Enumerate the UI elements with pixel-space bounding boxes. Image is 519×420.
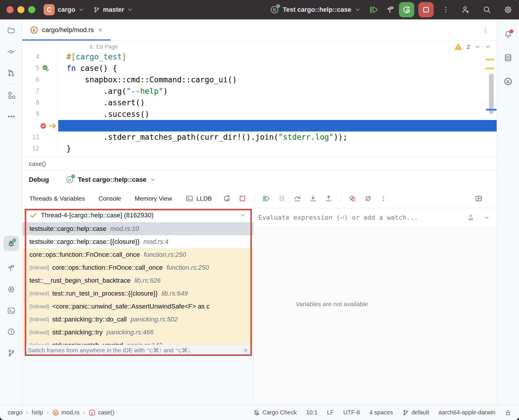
tab-memory-view[interactable]: Memory View (135, 195, 172, 202)
code-line[interactable]: 6 snapbox::cmd::Command::cargo_ui() (22, 74, 497, 86)
code-line[interactable]: 8 .assert() (22, 97, 497, 109)
caret-position-widget[interactable]: 10:1 (306, 409, 317, 416)
settings-gear-icon[interactable] (504, 5, 513, 14)
code-with-me-icon[interactable] (461, 5, 470, 14)
layout-settings-icon[interactable] (475, 195, 483, 202)
warning-stripe-mark[interactable] (485, 59, 494, 60)
code-line[interactable]: 7 .arg("--help") (22, 86, 497, 97)
git-tool-icon[interactable] (7, 349, 15, 357)
stack-frame[interactable]: [Inlined]std::panicking::try::do_callpan… (22, 313, 253, 326)
stack-frame[interactable]: [Inlined]std::panicking::trypanicking.rs… (22, 326, 253, 339)
gutter[interactable]: 9 (22, 109, 58, 120)
gutter[interactable]: 4 (22, 51, 58, 63)
gutter[interactable]: 12 (22, 143, 58, 154)
stack-frame[interactable]: testsuite::cargo::help::case::{{closure}… (22, 235, 253, 248)
code-line[interactable]: 5 fn case() { (22, 63, 497, 74)
pull-requests-tool-icon[interactable] (7, 69, 15, 77)
gutter[interactable]: 7 (22, 86, 58, 97)
inspections-widget[interactable]: 2 (454, 43, 491, 50)
view-breakpoints-icon[interactable] (349, 195, 356, 202)
readonly-lock-icon[interactable] (505, 409, 511, 416)
close-window-button[interactable] (6, 6, 14, 13)
editor-options-kebab-icon[interactable] (482, 26, 489, 34)
run-tool-icon[interactable] (7, 285, 15, 294)
search-everywhere-icon[interactable] (483, 5, 491, 14)
breadcrumb-file[interactable]: R mod.rs (52, 409, 79, 416)
step-over-icon[interactable] (294, 195, 301, 202)
breadcrumb-function[interactable]: f case() (89, 409, 114, 416)
notifications-bell-icon[interactable] (504, 30, 512, 38)
test-passed-run-icon[interactable] (42, 64, 50, 73)
resume-program-button[interactable] (369, 5, 378, 14)
code-line[interactable]: 9 .success() (22, 109, 497, 120)
rerun-debug-button[interactable] (399, 2, 414, 17)
build-tool-icon[interactable] (7, 264, 15, 272)
stack-frame[interactable]: [Inlined]test::run_test_in_process::{{cl… (22, 287, 253, 300)
database-tool-icon[interactable] (504, 54, 512, 62)
debug-more-kebab-icon[interactable] (380, 195, 387, 202)
close-banner-icon[interactable] (243, 348, 248, 353)
gutter[interactable]: 5 (22, 63, 58, 74)
step-into-icon[interactable] (309, 195, 317, 202)
lightbulb-icon[interactable] (81, 122, 145, 131)
code-line[interactable]: 11 .stderr_matches_path(curr_dir!().join… (22, 131, 497, 143)
gutter[interactable] (22, 120, 58, 131)
encoding-widget[interactable]: UTF-8 (343, 409, 360, 416)
run-configuration-widget[interactable]: R Test cargo::help::case (270, 5, 361, 14)
target-platform-widget[interactable]: aarch64-apple-darwin (439, 409, 495, 416)
tab-threads-variables[interactable]: Threads & Variables (29, 195, 85, 202)
thread-selector[interactable]: Thread-4-[cargo::help::case] (8162930) (22, 208, 253, 222)
toolchain-widget[interactable]: default (402, 409, 429, 416)
stack-frame[interactable]: [Inlined]core::ops::function::FnOnce::ca… (22, 261, 253, 274)
code-line[interactable]: 4 #[cargo_test] (22, 51, 497, 63)
execution-stripe-mark[interactable] (486, 109, 497, 111)
minimize-window-button[interactable] (17, 6, 24, 13)
code-line-execution[interactable]: .stdout_matches_path(curr_dir!().join("s… (22, 120, 497, 131)
add-watch-icon[interactable] (467, 214, 475, 222)
stack-frame[interactable]: [Inlined]<core::panic::unwind_safe::Asse… (22, 300, 253, 313)
resume-icon[interactable] (262, 195, 270, 202)
breadcrumb-folder[interactable]: help (32, 409, 43, 416)
build-hammer-button[interactable] (386, 5, 395, 14)
debug-session-selector[interactable]: R Test cargo::help::case (65, 175, 156, 184)
more-tools-icon[interactable] (7, 112, 15, 121)
structure-tool-icon[interactable] (7, 91, 15, 99)
code-line[interactable]: 12 } (22, 143, 497, 154)
problems-tool-icon[interactable] (7, 328, 15, 336)
breadcrumb-function[interactable]: case() (29, 160, 46, 167)
commit-tool-icon[interactable] (7, 48, 15, 56)
breadcrumb-module[interactable]: cargo (8, 409, 22, 416)
project-tool-icon[interactable] (7, 26, 15, 35)
rust-tool-icon[interactable]: R (504, 77, 513, 85)
code-editor[interactable]: Ed Page 4 #[cargo_test] 5 fn case() { 6 (22, 41, 497, 157)
evaluate-expression-field[interactable]: Evaluate expression (⏎) or add a watch..… (254, 208, 497, 227)
indent-widget[interactable]: 4 spaces (369, 409, 393, 416)
stack-frame[interactable]: core::ops::function::FnOnce::call_oncefu… (22, 248, 253, 261)
vcs-branch-widget[interactable]: master (93, 6, 133, 14)
gutter[interactable]: 6 (22, 74, 58, 86)
prev-warning-icon[interactable] (475, 44, 480, 50)
tab-console[interactable]: Console (99, 195, 121, 202)
close-tab-icon[interactable] (98, 27, 103, 33)
stack-frame[interactable]: test::__rust_begin_short_backtracelib.rs… (22, 274, 253, 287)
step-out-icon[interactable] (325, 195, 332, 202)
project-widget[interactable]: C cargo (44, 4, 84, 15)
stop-icon[interactable] (239, 195, 246, 202)
pause-icon[interactable] (278, 195, 286, 202)
editor-tab-active[interactable]: R cargo/help/mod.rs (22, 19, 111, 40)
gutter[interactable]: 11 (22, 131, 58, 143)
stack-frame[interactable]: testsuite::cargo::help::casemod.rs:10 (22, 222, 253, 235)
line-separator-widget[interactable]: LF (327, 409, 334, 416)
gutter[interactable]: 8 (22, 97, 58, 109)
debug-tool-icon[interactable] (4, 236, 19, 251)
next-warning-icon[interactable] (485, 44, 491, 50)
chevron-down-icon[interactable] (484, 215, 490, 221)
maximize-window-button[interactable] (28, 6, 35, 13)
cargo-check-widget[interactable]: Cargo Check (253, 409, 297, 416)
tab-lldb[interactable]: LLDB (186, 195, 212, 202)
more-actions-kebab-icon[interactable] (442, 6, 450, 14)
mute-breakpoints-icon[interactable] (364, 195, 372, 202)
terminal-tool-icon[interactable] (7, 306, 15, 315)
editor-scrollbar-thumb[interactable] (489, 74, 494, 114)
breakpoint-icon[interactable] (39, 122, 47, 130)
